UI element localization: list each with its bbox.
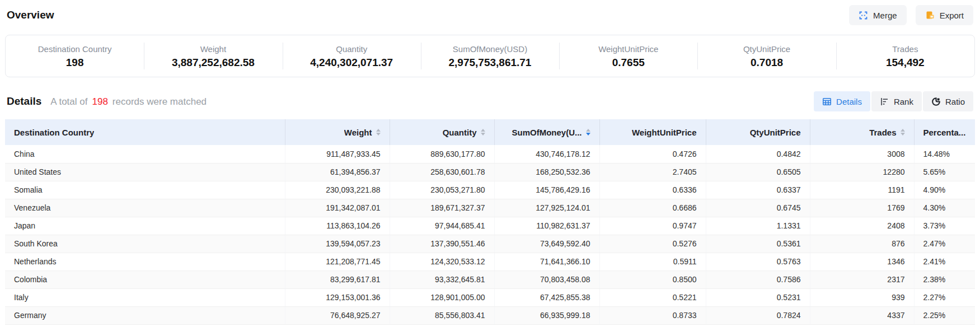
table-row-south-korea[interactable]: South Korea139,594,057.23137,390,551.467… xyxy=(5,235,975,253)
cell-destination-country: Germany xyxy=(5,306,285,324)
cell-trades: 939 xyxy=(810,288,914,306)
cell-destination-country: Netherlands xyxy=(5,253,285,270)
cell-percenta: 5.65% xyxy=(914,163,975,181)
cell-percenta: 2.38% xyxy=(914,270,975,288)
stat-label: WeightUnitPrice xyxy=(598,45,658,53)
cell-quantity: 93,332,645.81 xyxy=(390,270,494,288)
column-header-qtyunitprice: QtyUnitPrice xyxy=(706,119,810,145)
page: Overview Merge xyxy=(0,0,980,325)
cell-sumofmoney-u: 66,935,999.18 xyxy=(494,306,599,324)
cell-weight: 76,648,925.27 xyxy=(285,306,390,324)
cell-sumofmoney-u: 70,803,458.08 xyxy=(494,270,599,288)
cell-trades: 876 xyxy=(810,235,914,253)
cell-sumofmoney-u: 430,746,178.12 xyxy=(494,145,599,163)
cell-qtyunitprice: 1.1331 xyxy=(706,217,810,235)
table-row-italy[interactable]: Italy129,153,001.36128,901,005.0067,425,… xyxy=(5,288,975,306)
sort-caret-down-icon xyxy=(901,133,905,136)
cell-weightunitprice: 0.9747 xyxy=(599,217,706,235)
cell-qtyunitprice: 0.6745 xyxy=(706,199,810,217)
cell-quantity: 137,390,551.46 xyxy=(390,235,494,253)
stat-cell-destination-country: Destination Country198 xyxy=(6,35,144,77)
cell-qtyunitprice: 0.4842 xyxy=(706,145,810,163)
table-row-netherlands[interactable]: Netherlands121,208,771.45124,320,533.127… xyxy=(5,253,975,270)
table-row-colombia[interactable]: Colombia83,299,617.8193,332,645.8170,803… xyxy=(5,270,975,288)
details-header: Details A total of198records were matche… xyxy=(7,95,207,108)
merge-label: Merge xyxy=(873,11,897,20)
view-button-label: Details xyxy=(836,97,862,106)
stat-value: 0.7655 xyxy=(612,57,645,68)
stats-card: Destination Country198Weight3,887,252,68… xyxy=(5,35,975,77)
cell-sumofmoney-u: 67,425,855.38 xyxy=(494,288,599,306)
cell-quantity: 889,630,177.80 xyxy=(390,145,494,163)
column-header-quantity[interactable]: Quantity xyxy=(390,119,494,145)
stat-cell-weightunitprice: WeightUnitPrice0.7655 xyxy=(559,35,697,77)
table-row-japan[interactable]: Japan113,863,104.2697,944,685.41110,982,… xyxy=(5,217,975,235)
table-row-somalia[interactable]: Somalia230,093,221.88230,053,271.80145,7… xyxy=(5,181,975,199)
cell-sumofmoney-u: 71,641,366.10 xyxy=(494,253,599,270)
match-summary: A total of198records were matched xyxy=(50,96,207,108)
cell-sumofmoney-u: 110,982,631.37 xyxy=(494,217,599,235)
view-button-ratio[interactable]: Ratio xyxy=(923,91,973,111)
cell-percenta: 14.48% xyxy=(914,145,975,163)
column-header-percenta: Percenta... xyxy=(914,119,975,145)
cell-weight: 113,863,104.26 xyxy=(285,217,390,235)
cell-weightunitprice: 0.8733 xyxy=(599,306,706,324)
column-label: Trades xyxy=(869,128,896,137)
export-icon xyxy=(925,11,935,20)
record-count: 198 xyxy=(92,96,107,107)
cell-weightunitprice: 0.5221 xyxy=(599,288,706,306)
column-label: Percenta... xyxy=(923,128,966,137)
sort-caret-up-icon xyxy=(901,129,905,132)
column-header-weight[interactable]: Weight xyxy=(285,119,390,145)
cell-weightunitprice: 2.7405 xyxy=(599,163,706,181)
table-row-china[interactable]: China911,487,933.45889,630,177.80430,746… xyxy=(5,145,975,163)
cell-destination-country: Somalia xyxy=(5,181,285,199)
view-button-label: Rank xyxy=(894,97,913,106)
view-button-rank[interactable]: Rank xyxy=(871,91,922,111)
cell-weight: 83,299,617.81 xyxy=(285,270,390,288)
cell-destination-country: Venezuela xyxy=(5,199,285,217)
table-row-germany[interactable]: Germany76,648,925.2785,556,803.4166,935,… xyxy=(5,306,975,324)
cell-trades: 3008 xyxy=(810,145,914,163)
cell-quantity: 85,556,803.41 xyxy=(390,306,494,324)
cell-sumofmoney-u: 145,786,429.16 xyxy=(494,181,599,199)
cell-weight: 121,208,771.45 xyxy=(285,253,390,270)
cell-qtyunitprice: 0.5231 xyxy=(706,288,810,306)
table-row-venezuela[interactable]: Venezuela191,342,087.01189,671,327.37127… xyxy=(5,199,975,217)
column-header-destination-country: Destination Country xyxy=(5,119,285,145)
stat-value: 4,240,302,071.37 xyxy=(310,57,393,68)
view-button-details[interactable]: Details xyxy=(814,91,870,111)
table-body: China911,487,933.45889,630,177.80430,746… xyxy=(5,145,975,324)
column-label: SumOfMoney(U... xyxy=(512,128,582,137)
sort-icon[interactable] xyxy=(901,129,905,136)
column-header-sumofmoney-u[interactable]: SumOfMoney(U... xyxy=(494,119,599,145)
cell-percenta: 4.30% xyxy=(914,199,975,217)
export-button[interactable]: Export xyxy=(916,5,973,25)
sort-caret-up-icon xyxy=(481,129,485,132)
cell-quantity: 189,671,327.37 xyxy=(390,199,494,217)
stat-label: Weight xyxy=(200,45,226,53)
summary-suffix: records were matched xyxy=(112,96,207,107)
cell-sumofmoney-u: 168,250,532.36 xyxy=(494,163,599,181)
table-row-united-states[interactable]: United States61,394,856.37258,630,601.78… xyxy=(5,163,975,181)
topbar-actions: Merge Export xyxy=(849,5,973,25)
cell-qtyunitprice: 0.5763 xyxy=(706,253,810,270)
column-header-weightunitprice: WeightUnitPrice xyxy=(599,119,706,145)
sort-icon[interactable] xyxy=(586,129,590,136)
stat-cell-sumofmoney-usd: SumOfMoney(USD)2,975,753,861.71 xyxy=(421,35,559,77)
cell-percenta: 2.41% xyxy=(914,253,975,270)
sort-icon[interactable] xyxy=(376,129,381,136)
cell-percenta: 2.25% xyxy=(914,306,975,324)
merge-icon xyxy=(859,11,868,20)
sort-icon[interactable] xyxy=(481,129,485,136)
cell-trades: 1191 xyxy=(810,181,914,199)
cell-percenta: 4.90% xyxy=(914,181,975,199)
column-header-trades[interactable]: Trades xyxy=(810,119,914,145)
merge-button[interactable]: Merge xyxy=(849,5,907,25)
stat-value: 3,887,252,682.58 xyxy=(172,57,255,68)
cell-percenta: 3.73% xyxy=(914,217,975,235)
stat-cell-qtyunitprice: QtyUnitPrice0.7018 xyxy=(697,35,836,77)
cell-qtyunitprice: 0.7586 xyxy=(706,270,810,288)
stat-label: QtyUnitPrice xyxy=(743,45,790,53)
cell-destination-country: South Korea xyxy=(5,235,285,253)
